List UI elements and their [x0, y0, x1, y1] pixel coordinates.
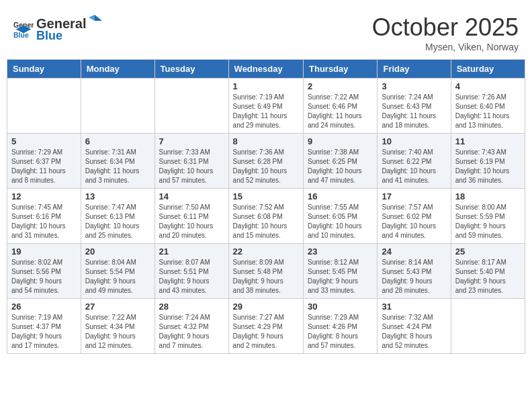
svg-marker-4: [89, 15, 95, 21]
calendar-day-cell: [154, 79, 228, 134]
calendar-day-cell: 26Sunrise: 7:19 AM Sunset: 4:37 PM Dayli…: [7, 299, 81, 354]
calendar-day-cell: 5Sunrise: 7:29 AM Sunset: 6:37 PM Daylig…: [7, 134, 81, 189]
calendar-week-row: 26Sunrise: 7:19 AM Sunset: 4:37 PM Dayli…: [7, 299, 525, 354]
day-number: 29: [233, 302, 299, 312]
day-number: 19: [11, 246, 77, 257]
day-number: 5: [11, 136, 77, 146]
day-info: Sunrise: 8:04 AM Sunset: 5:54 PM Dayligh…: [85, 258, 150, 295]
day-header-thursday: Thursday: [304, 60, 378, 79]
day-info: Sunrise: 7:31 AM Sunset: 6:34 PM Dayligh…: [85, 148, 150, 185]
day-info: Sunrise: 8:00 AM Sunset: 5:59 PM Dayligh…: [455, 203, 521, 240]
page-header: General Blue General Blue October 2025 M…: [7, 7, 525, 56]
calendar-week-row: 1Sunrise: 7:19 AM Sunset: 6:49 PM Daylig…: [7, 79, 525, 134]
day-info: Sunrise: 7:26 AM Sunset: 6:40 PM Dayligh…: [455, 93, 521, 130]
calendar-day-cell: 14Sunrise: 7:50 AM Sunset: 6:11 PM Dayli…: [154, 189, 228, 244]
day-info: Sunrise: 7:36 AM Sunset: 6:28 PM Dayligh…: [233, 148, 299, 185]
day-info: Sunrise: 8:02 AM Sunset: 5:56 PM Dayligh…: [11, 258, 77, 295]
calendar-day-cell: 3Sunrise: 7:24 AM Sunset: 6:43 PM Daylig…: [378, 79, 451, 134]
calendar-day-cell: 10Sunrise: 7:40 AM Sunset: 6:22 PM Dayli…: [378, 134, 451, 189]
day-number: 25: [455, 246, 521, 257]
calendar-day-cell: 20Sunrise: 8:04 AM Sunset: 5:54 PM Dayli…: [81, 244, 154, 299]
calendar-day-cell: 9Sunrise: 7:38 AM Sunset: 6:25 PM Daylig…: [304, 134, 378, 189]
day-header-sunday: Sunday: [7, 60, 81, 79]
calendar-day-cell: 2Sunrise: 7:22 AM Sunset: 6:46 PM Daylig…: [304, 79, 378, 134]
day-info: Sunrise: 7:57 AM Sunset: 6:02 PM Dayligh…: [382, 203, 446, 240]
calendar-day-cell: 6Sunrise: 7:31 AM Sunset: 6:34 PM Daylig…: [81, 134, 154, 189]
day-number: 23: [308, 246, 373, 257]
calendar-day-cell: 1Sunrise: 7:19 AM Sunset: 6:49 PM Daylig…: [228, 79, 303, 134]
day-info: Sunrise: 7:19 AM Sunset: 6:49 PM Dayligh…: [233, 93, 299, 130]
day-number: 12: [11, 191, 77, 201]
day-header-saturday: Saturday: [451, 60, 525, 79]
day-number: 11: [455, 136, 521, 146]
calendar-day-cell: 17Sunrise: 7:57 AM Sunset: 6:02 PM Dayli…: [378, 189, 451, 244]
day-info: Sunrise: 8:09 AM Sunset: 5:48 PM Dayligh…: [233, 258, 299, 295]
day-number: 30: [308, 302, 373, 312]
day-info: Sunrise: 7:22 AM Sunset: 6:46 PM Dayligh…: [308, 93, 373, 130]
calendar-day-cell: 28Sunrise: 7:24 AM Sunset: 4:32 PM Dayli…: [154, 299, 228, 354]
day-number: 2: [308, 81, 373, 91]
calendar-week-row: 19Sunrise: 8:02 AM Sunset: 5:56 PM Dayli…: [7, 244, 525, 299]
day-number: 27: [85, 302, 150, 312]
calendar-day-cell: 25Sunrise: 8:17 AM Sunset: 5:40 PM Dayli…: [451, 244, 525, 299]
calendar-week-row: 5Sunrise: 7:29 AM Sunset: 6:37 PM Daylig…: [7, 134, 525, 189]
day-info: Sunrise: 7:43 AM Sunset: 6:19 PM Dayligh…: [455, 148, 521, 185]
day-number: 7: [159, 136, 224, 146]
day-number: 17: [382, 191, 446, 201]
calendar-day-cell: 15Sunrise: 7:52 AM Sunset: 6:08 PM Dayli…: [228, 189, 303, 244]
calendar-day-cell: 7Sunrise: 7:33 AM Sunset: 6:31 PM Daylig…: [154, 134, 228, 189]
calendar-day-cell: 12Sunrise: 7:45 AM Sunset: 6:16 PM Dayli…: [7, 189, 81, 244]
day-info: Sunrise: 7:45 AM Sunset: 6:16 PM Dayligh…: [11, 203, 77, 240]
day-info: Sunrise: 7:24 AM Sunset: 6:43 PM Dayligh…: [382, 93, 446, 130]
day-number: 9: [308, 136, 373, 146]
day-info: Sunrise: 8:07 AM Sunset: 5:51 PM Dayligh…: [159, 258, 224, 295]
calendar-day-cell: 13Sunrise: 7:47 AM Sunset: 6:13 PM Dayli…: [81, 189, 154, 244]
day-number: 1: [233, 81, 299, 91]
day-info: Sunrise: 7:19 AM Sunset: 4:37 PM Dayligh…: [11, 313, 77, 351]
day-number: 10: [382, 136, 446, 146]
day-info: Sunrise: 8:14 AM Sunset: 5:43 PM Dayligh…: [382, 258, 446, 295]
calendar-day-cell: 23Sunrise: 8:12 AM Sunset: 5:45 PM Dayli…: [304, 244, 378, 299]
calendar-day-cell: 19Sunrise: 8:02 AM Sunset: 5:56 PM Dayli…: [7, 244, 81, 299]
day-info: Sunrise: 7:24 AM Sunset: 4:32 PM Dayligh…: [159, 313, 224, 351]
day-info: Sunrise: 7:32 AM Sunset: 4:24 PM Dayligh…: [382, 313, 446, 351]
location-subtitle: Mysen, Viken, Norway: [372, 42, 519, 52]
day-info: Sunrise: 7:29 AM Sunset: 6:37 PM Dayligh…: [11, 148, 77, 185]
svg-marker-3: [95, 15, 102, 21]
day-header-tuesday: Tuesday: [154, 60, 228, 79]
day-number: 6: [85, 136, 150, 146]
day-number: 24: [382, 246, 446, 257]
calendar-day-cell: 24Sunrise: 8:14 AM Sunset: 5:43 PM Dayli…: [378, 244, 451, 299]
day-number: 31: [382, 302, 446, 312]
calendar-day-cell: 29Sunrise: 7:27 AM Sunset: 4:29 PM Dayli…: [228, 299, 303, 354]
calendar-day-cell: 31Sunrise: 7:32 AM Sunset: 4:24 PM Dayli…: [378, 299, 451, 354]
day-number: 20: [85, 246, 150, 257]
day-info: Sunrise: 7:33 AM Sunset: 6:31 PM Dayligh…: [159, 148, 224, 185]
calendar-day-cell: 27Sunrise: 7:22 AM Sunset: 4:34 PM Dayli…: [81, 299, 154, 354]
day-info: Sunrise: 8:12 AM Sunset: 5:45 PM Dayligh…: [308, 258, 373, 295]
day-info: Sunrise: 7:38 AM Sunset: 6:25 PM Dayligh…: [308, 148, 373, 185]
logo-icon: General Blue: [13, 18, 34, 38]
calendar-day-cell: 22Sunrise: 8:09 AM Sunset: 5:48 PM Dayli…: [228, 244, 303, 299]
day-info: Sunrise: 7:55 AM Sunset: 6:05 PM Dayligh…: [308, 203, 373, 240]
calendar-day-cell: 21Sunrise: 8:07 AM Sunset: 5:51 PM Dayli…: [154, 244, 228, 299]
calendar-day-cell: [451, 299, 525, 354]
calendar-day-cell: 11Sunrise: 7:43 AM Sunset: 6:19 PM Dayli…: [451, 134, 525, 189]
calendar-day-cell: [81, 79, 154, 134]
day-number: 13: [85, 191, 150, 201]
day-number: 22: [233, 246, 299, 257]
day-number: 4: [455, 81, 521, 91]
title-block: October 2025 Mysen, Viken, Norway: [372, 13, 519, 52]
calendar-day-cell: 4Sunrise: 7:26 AM Sunset: 6:40 PM Daylig…: [451, 79, 525, 134]
logo: General Blue General Blue: [13, 13, 103, 43]
day-header-monday: Monday: [81, 60, 154, 79]
day-number: 28: [159, 302, 224, 312]
logo-bird-icon: [87, 13, 102, 28]
day-number: 8: [233, 136, 299, 146]
day-info: Sunrise: 8:17 AM Sunset: 5:40 PM Dayligh…: [455, 258, 521, 295]
day-info: Sunrise: 7:29 AM Sunset: 4:26 PM Dayligh…: [308, 313, 373, 351]
calendar-day-cell: [7, 79, 81, 134]
day-info: Sunrise: 7:22 AM Sunset: 4:34 PM Dayligh…: [85, 313, 150, 351]
svg-text:Blue: Blue: [13, 31, 29, 39]
day-number: 14: [159, 191, 224, 201]
